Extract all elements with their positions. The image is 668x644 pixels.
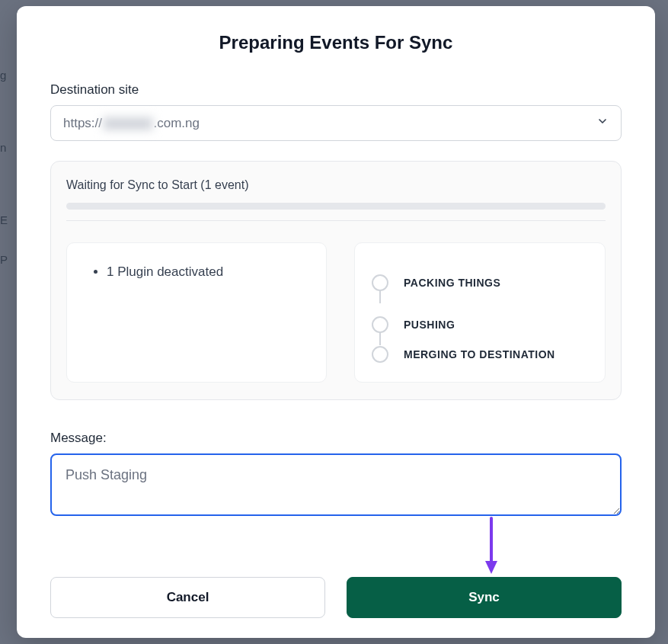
modal-title: Preparing Events For Sync xyxy=(50,32,622,53)
steps-panel: PACKING THINGS PUSHING MERGING TO DESTIN… xyxy=(354,242,606,383)
step-merging: MERGING TO DESTINATION xyxy=(372,345,588,364)
destination-dropdown[interactable]: https://xxxxxxx.com.ng xyxy=(50,105,622,141)
destination-label: Destination site xyxy=(50,82,622,98)
event-item: 1 Plugin deactivated xyxy=(107,264,309,280)
status-card: Waiting for Sync to Start (1 event) 1 Pl… xyxy=(50,161,622,400)
status-title: Waiting for Sync to Start (1 event) xyxy=(66,178,606,192)
message-input[interactable] xyxy=(50,453,622,516)
message-section: Message: xyxy=(50,431,622,519)
step-circle-icon xyxy=(372,274,388,291)
cancel-button[interactable]: Cancel xyxy=(50,577,325,618)
message-label: Message: xyxy=(50,431,622,446)
sync-button[interactable]: Sync xyxy=(347,577,622,618)
destination-value: https://xxxxxxx.com.ng xyxy=(63,116,200,131)
button-row: Cancel Sync xyxy=(50,577,622,618)
divider xyxy=(66,220,606,221)
step-packing: PACKING THINGS xyxy=(372,261,588,303)
step-label: PACKING THINGS xyxy=(404,277,500,289)
step-circle-icon xyxy=(372,316,388,333)
events-panel: 1 Plugin deactivated xyxy=(66,242,327,383)
step-label: MERGING TO DESTINATION xyxy=(404,348,555,360)
destination-section: Destination site https://xxxxxxx.com.ng xyxy=(50,82,622,141)
step-label: PUSHING xyxy=(404,319,455,331)
step-pushing: PUSHING xyxy=(372,303,588,345)
chevron-down-icon xyxy=(596,115,609,131)
step-circle-icon xyxy=(372,346,388,363)
sync-modal: Preparing Events For Sync Destination si… xyxy=(17,6,655,638)
progress-bar xyxy=(66,203,606,210)
